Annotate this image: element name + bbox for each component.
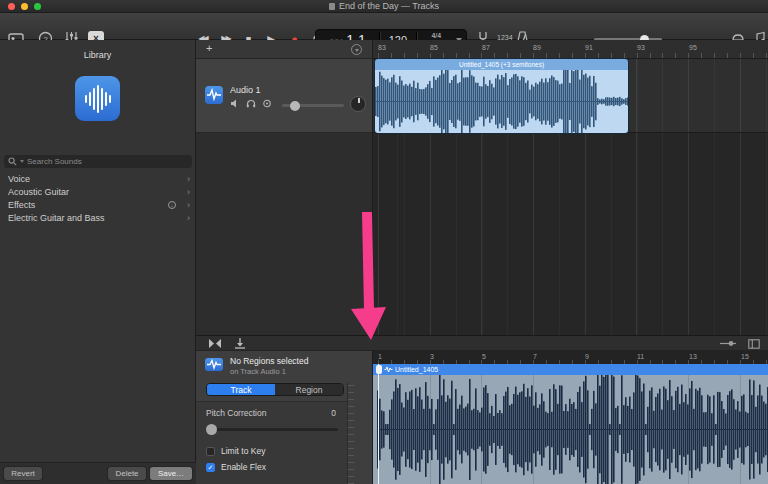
playhead-line[interactable] [378, 364, 379, 484]
timeline-ruler[interactable]: 83 85 87 89 91 93 95 [373, 40, 768, 59]
editor-zoom-slider-icon[interactable] [720, 339, 736, 348]
region-audio-icon [384, 366, 393, 373]
library-panel: Library Search Sounds Voice› Acoustic Gu… [0, 40, 196, 484]
search-icon [8, 157, 17, 166]
editor-tabs: Track Region [206, 383, 344, 396]
audio-editor[interactable]: 1 3 5 7 9 11 13 15 Untitled_1405 [373, 351, 768, 484]
solo-headphones-icon[interactable] [246, 99, 256, 108]
ruler-number: 15 [741, 353, 749, 360]
sidebar-item-voice[interactable]: Voice› [0, 173, 196, 186]
chevron-right-icon: › [187, 212, 190, 225]
ruler-number: 91 [585, 44, 593, 51]
editor-region-title: Untitled_1405 [395, 366, 438, 373]
track-pan-knob[interactable] [350, 96, 366, 112]
editor-region-strip[interactable]: Untitled_1405 [373, 364, 768, 375]
delete-button[interactable]: Delete [108, 467, 146, 480]
tab-region[interactable]: Region [275, 384, 343, 395]
pitch-correction-value: 0 [331, 408, 336, 418]
flex-icon[interactable] [208, 338, 222, 349]
ruler-number: 95 [689, 44, 697, 51]
chevron-right-icon: › [187, 186, 190, 199]
chevron-right-icon: › [187, 199, 190, 212]
sidebar-item-effects[interactable]: Effects↓› [0, 199, 196, 212]
library-title: Library [0, 50, 195, 60]
pitch-correction-knob[interactable] [206, 424, 217, 435]
catch-playhead-icon[interactable] [234, 338, 246, 349]
enable-flex-row[interactable]: ✓ Enable Flex [206, 462, 266, 472]
audio-region-untitled-1405[interactable]: Untitled_1405 (+3 semitones) [375, 59, 628, 133]
pitch-correction-slider[interactable] [206, 428, 338, 431]
document-icon [329, 3, 335, 10]
add-track-button[interactable]: + [206, 42, 212, 54]
editor-grid-lines [373, 375, 768, 484]
tracks-timeline[interactable]: 83 85 87 89 91 93 95 Untitled_1405 (+3 s… [373, 40, 768, 335]
input-monitoring-icon[interactable] [262, 99, 272, 108]
tab-track[interactable]: Track [207, 384, 275, 395]
ruler-number: 3 [430, 353, 434, 360]
audio-track-icon [205, 86, 223, 104]
titlebar: End of the Day — Tracks [0, 0, 768, 13]
track-volume-knob[interactable] [290, 101, 300, 111]
audio-track-artwork [75, 76, 120, 121]
editor-toolbar [196, 335, 768, 351]
no-regions-selected-text: No Regions selected [230, 356, 308, 366]
toolbar: ? × ◀◀ ▶▶ ■ ▶ ● 0011.1 120 4/4 Cmaj [0, 13, 768, 40]
ruler-number: 85 [430, 44, 438, 51]
ruler-number: 7 [533, 353, 537, 360]
garageband-window: End of the Day — Tracks ? × ◀◀ ▶▶ ■ ▶ ● … [0, 0, 768, 484]
editor-inspector: No Regions selected on Track Audio 1 Tra… [196, 351, 373, 484]
track-header-column: + Audio 1 [196, 40, 373, 335]
ruler-number: 11 [637, 353, 644, 360]
library-footer: Revert Delete Save… [0, 462, 196, 484]
revert-button[interactable]: Revert [4, 467, 42, 480]
editor-vertical-scale [347, 383, 372, 484]
download-icon: ↓ [168, 201, 176, 209]
window-title: End of the Day — Tracks [0, 1, 768, 11]
chevron-right-icon: › [187, 173, 190, 186]
limit-to-key-checkbox[interactable] [206, 447, 215, 456]
search-placeholder: Search Sounds [27, 157, 82, 166]
search-sounds-field[interactable]: Search Sounds [4, 155, 192, 168]
ruler-number: 93 [637, 44, 645, 51]
editor-waveform[interactable] [373, 375, 768, 484]
ruler-number: 1 [378, 353, 382, 360]
track-controls-panel: Pitch Correction 0 Limit to Key ✓ Enable… [196, 401, 348, 484]
region-waveform [375, 70, 628, 133]
editor-view-icon[interactable] [748, 339, 760, 349]
ruler-number: 87 [482, 44, 490, 51]
track-list-header: + [196, 40, 372, 59]
editor-ruler[interactable]: 1 3 5 7 9 11 13 15 [373, 351, 768, 364]
on-track-text: on Track Audio 1 [230, 367, 286, 376]
ruler-number: 5 [482, 353, 486, 360]
sidebar-item-electric-guitar-and-bass[interactable]: Electric Guitar and Bass› [0, 212, 196, 225]
limit-to-key-row[interactable]: Limit to Key [206, 446, 265, 456]
track-name[interactable]: Audio 1 [230, 85, 261, 95]
sound-category-list: Voice› Acoustic Guitar› Effects↓› Electr… [0, 173, 196, 225]
sidebar-item-acoustic-guitar[interactable]: Acoustic Guitar› [0, 186, 196, 199]
playhead-handle[interactable] [376, 365, 382, 374]
ruler-number: 13 [689, 353, 697, 360]
track-options-icon[interactable] [351, 44, 362, 55]
ruler-number: 89 [533, 44, 541, 51]
search-scope-chevron-icon[interactable] [20, 160, 24, 163]
track-header-audio-1[interactable]: Audio 1 [196, 59, 372, 133]
ruler-number: 9 [585, 353, 589, 360]
save-button[interactable]: Save… [150, 467, 192, 480]
track-volume-slider[interactable] [282, 104, 344, 107]
region-title: Untitled_1405 (+3 semitones) [375, 59, 628, 70]
track-mini-controls [230, 99, 272, 108]
audio-track-icon [205, 358, 223, 371]
ruler-number: 83 [378, 44, 386, 51]
enable-flex-checkbox[interactable]: ✓ [206, 463, 215, 472]
pitch-correction-label: Pitch Correction [206, 408, 266, 418]
mute-icon[interactable] [230, 99, 240, 108]
